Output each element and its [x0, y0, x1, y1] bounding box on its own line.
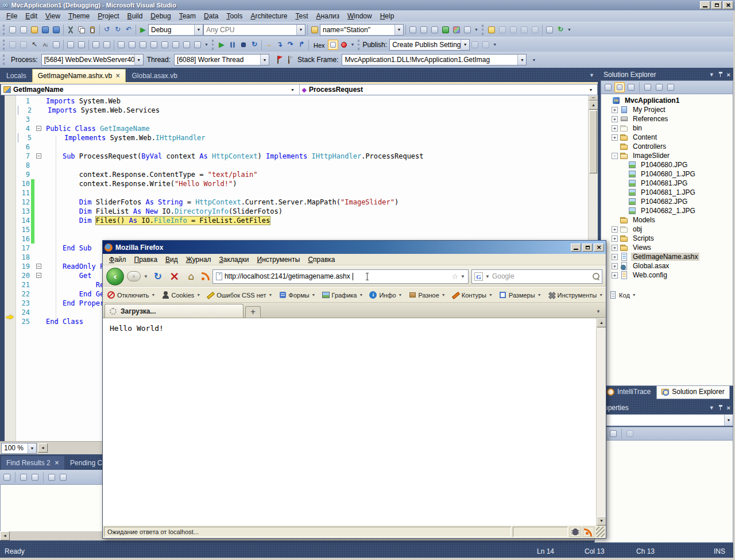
- home-button[interactable]: ⌂: [184, 269, 198, 284]
- tree-item-p1040680-jpg[interactable]: P1040680.JPG: [601, 160, 733, 169]
- vs-menu-item-team[interactable]: Team: [175, 11, 200, 21]
- reload-button[interactable]: ↻: [151, 269, 165, 284]
- devbar-item-source[interactable]: Код▼: [609, 291, 636, 299]
- expand-icon[interactable]: +: [612, 254, 618, 260]
- minimize-button[interactable]: [700, 1, 710, 9]
- vs-menu-item-test[interactable]: Test: [291, 11, 312, 21]
- hex-button[interactable]: Hex: [311, 40, 328, 50]
- scroll-up-icon[interactable]: ▲: [597, 318, 606, 327]
- tab-getimagename-ashx-vb[interactable]: GetImageName.ashx.vb×: [32, 69, 126, 82]
- vs-menu-item-window[interactable]: Window: [343, 11, 376, 21]
- nav-back-icon[interactable]: [123, 25, 134, 35]
- browser-vertical-scrollbar[interactable]: ▲ ▼: [596, 318, 606, 526]
- tree-item-scripts[interactable]: +Scripts: [601, 234, 733, 243]
- close-icon[interactable]: ×: [727, 404, 730, 411]
- search-box[interactable]: G ▼ Google: [471, 269, 602, 284]
- new-breakpoint-icon[interactable]: [339, 40, 349, 50]
- solution-search-icon[interactable]: [408, 25, 418, 35]
- undo-icon[interactable]: [102, 25, 112, 35]
- pin-icon[interactable]: [718, 405, 723, 411]
- vs-menu-item-theme[interactable]: Theme: [64, 11, 94, 21]
- az-sort-icon[interactable]: [40, 40, 51, 50]
- devbar-item-misc[interactable]: Разное▼: [409, 291, 446, 299]
- url-bar[interactable]: http://localhost:2141/getimagename.ashx …: [212, 269, 469, 284]
- redo-icon[interactable]: [113, 25, 123, 35]
- vs-menu-item-architecture[interactable]: Architecture: [246, 11, 291, 21]
- search-icon[interactable]: [593, 273, 599, 280]
- tree-item-controllers[interactable]: Controllers: [601, 142, 733, 151]
- balloon2-icon[interactable]: [138, 40, 148, 50]
- document-list-chevron-icon[interactable]: ▼: [589, 72, 594, 78]
- code-line-9[interactable]: 9 context.Response.ContentType = "text/p…: [16, 170, 588, 179]
- alphabetical-icon[interactable]: [608, 428, 618, 439]
- find-combo[interactable]: name="Station"▼: [320, 24, 404, 36]
- maximize-button[interactable]: [582, 244, 593, 252]
- add-wizard-icon[interactable]: [419, 25, 429, 35]
- minimize-button[interactable]: [571, 244, 581, 252]
- fold-collapse-icon[interactable]: −: [36, 153, 41, 159]
- publish-combo[interactable]: Create Publish Settings▼: [389, 39, 470, 51]
- devbar-item-disable[interactable]: Отключить▼: [107, 291, 156, 299]
- pause-icon[interactable]: [227, 40, 238, 50]
- step-over-icon[interactable]: [285, 40, 296, 50]
- devbar-item-cookies[interactable]: Cookies▼: [162, 291, 201, 299]
- line-up-icon[interactable]: [91, 40, 101, 50]
- tree-item-bin[interactable]: +bin: [601, 123, 733, 133]
- fold-collapse-icon[interactable]: −: [36, 273, 41, 278]
- vs-menu-item-build[interactable]: Build: [123, 11, 147, 21]
- stop-button[interactable]: ×: [168, 269, 181, 284]
- line-dn-icon[interactable]: [102, 40, 112, 50]
- restart-icon[interactable]: [249, 40, 260, 50]
- scroll-up-icon[interactable]: ▲: [589, 101, 598, 110]
- code-line-7[interactable]: 7− Sub ProcessRequest(ByVal context As H…: [16, 152, 588, 161]
- edit-dim-icon[interactable]: [481, 40, 491, 50]
- type-dropdown[interactable]: GetImageName ▼: [1, 84, 300, 95]
- tree-item-p1040682-jpg[interactable]: P1040682.JPG: [601, 197, 733, 206]
- save-all-icon[interactable]: [51, 25, 61, 35]
- flag-red-icon[interactable]: [273, 55, 283, 65]
- list-all-tabs-chevron-icon[interactable]: ▼: [593, 309, 604, 318]
- indent-inc-icon[interactable]: [76, 40, 87, 50]
- fold-collapse-icon[interactable]: −: [36, 126, 41, 131]
- process-combo[interactable]: [5684] WebDev.WebServer40.EXE▼: [41, 54, 144, 65]
- platform-combo[interactable]: Any CPU▼: [203, 24, 305, 36]
- expand-icon[interactable]: +: [612, 134, 618, 141]
- close-icon[interactable]: ×: [55, 460, 59, 466]
- tree-item-imageslider[interactable]: -ImageSlider: [601, 151, 733, 160]
- tree-item-p1040681-jpg[interactable]: P1040681.JPG: [601, 179, 733, 188]
- code-line-15[interactable]: 15: [16, 225, 588, 234]
- comment-code-icon[interactable]: [486, 25, 497, 35]
- view-class-diagram-icon[interactable]: [643, 82, 653, 92]
- rss-status-icon[interactable]: [583, 527, 594, 537]
- tree-item-models[interactable]: Models: [601, 215, 733, 225]
- ff-menu-item-журнал[interactable]: Журнал: [182, 254, 215, 265]
- add-item-icon[interactable]: [18, 25, 29, 35]
- vs-colors-icon[interactable]: [451, 25, 462, 35]
- expand-icon[interactable]: +: [612, 125, 618, 132]
- tab-locals[interactable]: Locals: [1, 69, 32, 82]
- balloon3-icon[interactable]: [149, 40, 159, 50]
- scrollbar-thumb[interactable]: [589, 110, 597, 173]
- goto-source-icon[interactable]: [2, 472, 12, 482]
- tree-item-p1040680-1-jpg[interactable]: P1040680_1.JPG: [601, 169, 733, 179]
- indent-dec-icon[interactable]: [65, 40, 76, 50]
- code-line-4[interactable]: 4−Public Class GetImageName: [16, 124, 588, 133]
- tree-item-mvcapplication1[interactable]: MvcApplication1: [601, 96, 733, 105]
- member-dropdown[interactable]: ◆ ProcessRequest ▼: [300, 84, 598, 95]
- flag-gray-icon[interactable]: [284, 55, 294, 65]
- continue-icon[interactable]: [216, 40, 227, 50]
- balloon-arrow-icon[interactable]: [171, 40, 181, 50]
- chevron-down-icon[interactable]: ▼: [709, 405, 714, 411]
- history-chevron-icon[interactable]: ▼: [144, 274, 148, 279]
- thread-combo[interactable]: [6088] Worker Thread▼: [174, 54, 269, 65]
- resize-grip[interactable]: [596, 527, 605, 537]
- tab-find-results-2[interactable]: Find Results 2×: [1, 456, 64, 470]
- stop-icon[interactable]: [238, 40, 249, 50]
- vs-menu-item-project[interactable]: Project: [94, 11, 123, 21]
- rss-icon[interactable]: [201, 272, 210, 281]
- tree-item-obj[interactable]: +obj: [601, 225, 733, 234]
- restore-button[interactable]: [711, 1, 722, 9]
- copy-dim2-icon[interactable]: [7, 40, 18, 50]
- save-icon[interactable]: [40, 25, 51, 35]
- browser-viewport[interactable]: Hello World! ▲ ▼: [103, 318, 606, 526]
